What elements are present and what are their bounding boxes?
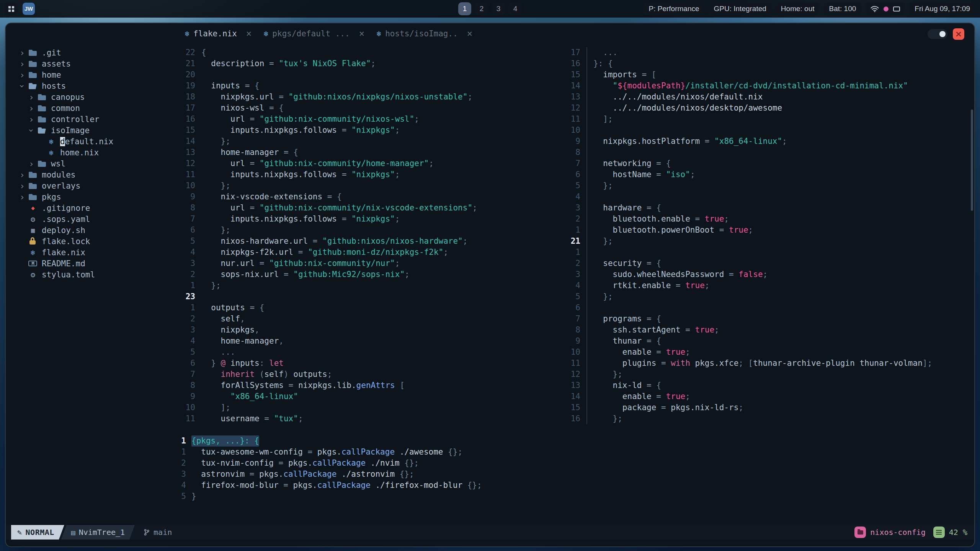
code-line[interactable]: 12 }; <box>556 369 974 380</box>
code-line[interactable]: 14 "${modulesPath}/installer/cd-dvd/inst… <box>556 80 974 91</box>
code-line[interactable]: 17 nixos-wsl = { <box>171 103 556 114</box>
chevron-right-icon[interactable]: › <box>17 170 27 180</box>
tree-item-stylua.toml[interactable]: ⚙stylua.toml <box>6 269 171 280</box>
tree-item-overlays[interactable]: ›overlays <box>6 180 171 191</box>
code-line[interactable]: 11 plugins = with pkgs.xfce; [thunar-arc… <box>556 358 974 369</box>
topbar-module[interactable]: Bat: 100 <box>824 2 862 15</box>
code-line[interactable]: 8 <box>556 147 974 158</box>
code-line[interactable]: 15 package = pkgs.nix-ld-rs; <box>556 402 974 413</box>
code-line[interactable]: 1{pkgs, ...}: { <box>171 435 974 447</box>
code-line[interactable]: 8 ssh.startAgent = true; <box>556 324 974 336</box>
code-line[interactable]: 4 nixpkgs-f2k.url = "github:moni-dz/nixp… <box>171 247 556 258</box>
code-line[interactable]: 16 }; <box>556 413 974 424</box>
code-line[interactable]: 4 home-manager, <box>171 336 556 347</box>
code-line[interactable]: 10 ]; <box>171 402 556 413</box>
code-line[interactable]: 14 enable = true; <box>556 391 974 402</box>
code-line[interactable]: 3 nur.url = "github:nix-community/nur"; <box>171 258 556 269</box>
code-line[interactable]: 6 <box>556 302 974 313</box>
editor-tab[interactable]: ❄flake.nix× <box>179 23 258 44</box>
code-line[interactable]: 7 networking = { <box>556 158 974 169</box>
tree-item-canopus[interactable]: ›canopus <box>6 91 171 103</box>
code-line[interactable]: 5} <box>171 491 974 502</box>
tray-indicators[interactable] <box>865 2 905 15</box>
editor-tab[interactable]: ❄hosts/isoImag..× <box>371 23 479 44</box>
code-line[interactable]: 13 home-manager = { <box>171 147 556 158</box>
code-line[interactable]: 7 inherit (self) outputs; <box>171 369 556 380</box>
code-line[interactable]: 7 inputs.nixpkgs.follows = "nixpkgs"; <box>171 214 556 225</box>
code-line[interactable]: 5 nixos-hardware.url = "github:nixos/nix… <box>171 236 556 247</box>
code-line[interactable]: 20 <box>171 69 556 80</box>
code-line[interactable]: 9 nixpkgs.hostPlatform = "x86_64-linux"; <box>556 136 974 147</box>
code-line[interactable]: 1 bluetooth.powerOnBoot = true; <box>556 225 974 236</box>
code-line[interactable]: 3 sudo.wheelNeedsPassword = false; <box>556 269 974 280</box>
code-line[interactable]: 2 bluetooth.enable = true; <box>556 214 974 225</box>
app-launcher-button[interactable] <box>5 2 18 15</box>
code-line[interactable]: 1 outputs = { <box>171 302 556 313</box>
tree-item-home.nix[interactable]: ❄home.nix <box>6 147 171 158</box>
chevron-right-icon[interactable]: › <box>17 48 27 58</box>
code-line[interactable]: 6 }; <box>171 225 556 236</box>
code-line[interactable]: 19 inputs = { <box>171 80 556 91</box>
code-line[interactable]: 1 tux-awesome-wm-config = pkgs.callPacka… <box>171 447 974 458</box>
chevron-right-icon[interactable]: › <box>26 103 36 113</box>
code-line[interactable]: 18 nixpkgs.url = "github:nixos/nixpkgs/n… <box>171 91 556 103</box>
chevron-down-icon[interactable]: › <box>17 81 27 91</box>
tree-item-.gitignore[interactable]: ◆.gitignore <box>6 202 171 214</box>
tree-item-.git[interactable]: ›.git <box>6 47 171 58</box>
tree-item-hosts[interactable]: ›hosts <box>6 80 171 91</box>
close-tab-icon[interactable]: × <box>467 28 472 39</box>
code-line[interactable]: 4 <box>556 191 974 202</box>
chevron-right-icon[interactable]: › <box>17 59 27 69</box>
topbar-module[interactable]: P: Performance <box>644 2 705 15</box>
code-line[interactable]: 1 <box>556 247 974 258</box>
code-line[interactable]: 10 <box>556 125 974 136</box>
code-line[interactable]: 21 description = "tux's NixOS Flake"; <box>171 58 556 69</box>
code-line[interactable]: 10 enable = true; <box>556 347 974 358</box>
tree-item-home[interactable]: ›home <box>6 69 171 80</box>
code-line[interactable]: 12 ../../modules/nixos/desktop/awesome <box>556 103 974 114</box>
code-line[interactable]: 9 nix-vscode-extensions = { <box>171 191 556 202</box>
workspace-3[interactable]: 3 <box>492 2 505 15</box>
code-line[interactable]: 3 astronvim = pkgs.callPackage ./astronv… <box>171 469 974 480</box>
workspace-4[interactable]: 4 <box>509 2 522 15</box>
code-line[interactable]: 11 ]; <box>556 114 974 125</box>
tree-item-README.md[interactable]: README.md <box>6 258 171 269</box>
code-line[interactable]: 1 }; <box>171 280 556 291</box>
chevron-right-icon[interactable]: › <box>17 181 27 191</box>
tree-item-flake.nix[interactable]: ❄flake.nix <box>6 247 171 258</box>
close-tab-icon[interactable]: × <box>246 28 252 39</box>
tree-item-deploy.sh[interactable]: ▦deploy.sh <box>6 225 171 236</box>
code-line[interactable]: 15 imports = [ <box>556 69 974 80</box>
clock[interactable]: Fri Aug 09, 17:09 <box>909 2 975 15</box>
code-line[interactable]: 14 }; <box>171 136 556 147</box>
tree-item-wsl[interactable]: ›wsl <box>6 158 171 169</box>
logo-badge[interactable]: JW <box>23 3 35 15</box>
code-line[interactable]: 22{ <box>171 47 556 58</box>
code-line[interactable]: 6 } @ inputs: let <box>171 358 556 369</box>
topbar-module[interactable]: GPU: Integrated <box>709 2 772 15</box>
code-line[interactable]: 21 }; <box>556 236 974 247</box>
chevron-right-icon[interactable]: › <box>26 114 36 124</box>
code-line[interactable]: 4 firefox-mod-blur = pkgs.callPackage ./… <box>171 480 974 491</box>
code-line[interactable]: 2 self, <box>171 313 556 324</box>
code-line[interactable]: 12 url = "github:nix-community/home-mana… <box>171 158 556 169</box>
code-line[interactable]: 13 ../../modules/nixos/default.nix <box>556 91 974 103</box>
code-line[interactable]: 2 security = { <box>556 258 974 269</box>
code-line[interactable]: 9 "x86_64-linux" <box>171 391 556 402</box>
code-line[interactable]: 5 }; <box>556 291 974 302</box>
chevron-right-icon[interactable]: › <box>17 192 27 202</box>
code-line[interactable]: 2 sops-nix.url = "github:Mic92/sops-nix"… <box>171 269 556 280</box>
tree-item-default.nix[interactable]: ❄default.nix <box>6 136 171 147</box>
workspace-2[interactable]: 2 <box>475 2 488 15</box>
code-line[interactable]: 6 hostName = "iso"; <box>556 169 974 180</box>
close-tab-icon[interactable]: × <box>359 28 364 39</box>
tree-item-assets[interactable]: ›assets <box>6 58 171 69</box>
window-close-button[interactable]: × <box>953 28 964 40</box>
code-line[interactable]: 16}: { <box>556 58 974 69</box>
code-line[interactable]: 2 tux-nvim-config = pkgs.callPackage ./n… <box>171 458 974 469</box>
code-line[interactable]: 5 ... <box>171 347 556 358</box>
chevron-right-icon[interactable]: › <box>26 159 36 169</box>
code-line[interactable]: 11 inputs.nixpkgs.follows = "nixpkgs"; <box>171 169 556 180</box>
chevron-right-icon[interactable]: › <box>17 70 27 80</box>
code-line[interactable]: 4 rtkit.enable = true; <box>556 280 974 291</box>
